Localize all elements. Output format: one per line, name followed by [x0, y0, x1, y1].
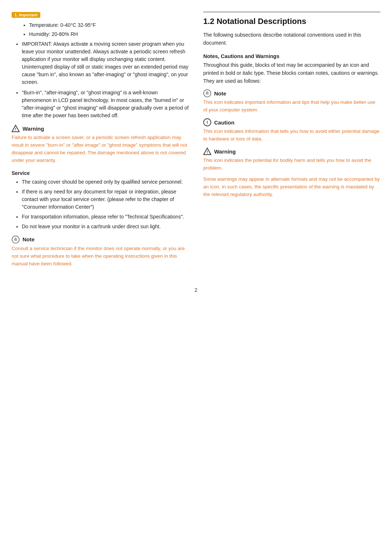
svg-rect-7 — [206, 93, 209, 93]
note-label: Note — [23, 236, 34, 242]
warning-block-1: ! Warning Failure to activate a screen s… — [12, 124, 189, 164]
list-item: Humidity: 20-80% RH — [29, 30, 189, 38]
list-item: For transportation information, please r… — [22, 213, 189, 221]
note-text: Consult a service technician if the moni… — [12, 245, 189, 268]
note-text-right: This icon indicates important informatio… — [203, 99, 380, 114]
warning-block-right: ! Warning This icon indicates the potent… — [203, 147, 380, 199]
notes-intro-text: Throughout this guide, blocks of text ma… — [203, 61, 380, 85]
caution-block-right: ! Caution This icon indicates informatio… — [203, 118, 380, 143]
note-block-right: Note This icon indicates important infor… — [203, 89, 380, 114]
svg-text:!: ! — [207, 150, 208, 154]
sub-bullet-list: Temperature: 0-40°C 32-95°F Humidity: 20… — [12, 21, 189, 38]
notes-cautions-warnings-title: Notes, Cautions and Warnings — [203, 53, 380, 59]
main-bullet-list: IMPORTANT: Always activate a moving scre… — [12, 40, 189, 119]
list-item: The casing cover should be opened only b… — [22, 178, 189, 186]
svg-rect-9 — [207, 91, 208, 92]
svg-rect-3 — [14, 239, 17, 240]
note-label-right: Note — [214, 90, 226, 97]
svg-rect-4 — [14, 240, 17, 241]
note-icon — [12, 236, 20, 244]
caution-icon-right: ! — [203, 118, 211, 126]
note-block-1: Note Consult a service technician if the… — [12, 236, 189, 268]
note-icon-right — [203, 89, 211, 97]
warning-label-right: Warning — [214, 148, 236, 155]
list-item: IMPORTANT: Always activate a moving scre… — [22, 40, 189, 86]
warning-icon: ! — [12, 124, 20, 132]
svg-point-2 — [12, 236, 19, 243]
warning-text-right-2: Some warnings may appear in alternate fo… — [203, 176, 380, 199]
service-bullet-list: The casing cover should be opened only b… — [12, 178, 189, 230]
list-item: Temperature: 0-40°C 32-95°F — [29, 21, 189, 29]
svg-rect-5 — [15, 238, 16, 238]
svg-rect-8 — [206, 94, 209, 94]
svg-point-6 — [204, 90, 211, 97]
list-item: Do not leave your monitor in a car/trunk… — [22, 223, 189, 230]
warning-text: Failure to activate a screen saver, or a… — [12, 134, 189, 164]
warning-icon-right: ! — [203, 147, 211, 155]
left-column: 1. Important Temperature: 0-40°C 32-95°F… — [12, 12, 189, 273]
service-title: Service — [12, 170, 189, 176]
list-item: If there is any need for any document fo… — [22, 188, 189, 211]
caution-label-right: Caution — [214, 119, 234, 126]
important-badge: 1. Important — [12, 12, 40, 18]
warning-label: Warning — [23, 126, 44, 132]
svg-text:!: ! — [207, 120, 208, 125]
list-item: "Burn-in", "after-imaging", or "ghost im… — [22, 89, 189, 119]
intro-text: The following subsections describe notat… — [203, 31, 380, 47]
warning-text-right-1: This icon indicates the potential for bo… — [203, 157, 380, 172]
svg-text:!: ! — [15, 127, 16, 131]
page-number: 2 — [12, 287, 380, 293]
right-column: 1.2 Notational Descriptions The followin… — [203, 12, 380, 273]
section-heading: 1.2 Notational Descriptions — [203, 17, 380, 26]
caution-text-right: This icon indicates information that tel… — [203, 128, 380, 143]
